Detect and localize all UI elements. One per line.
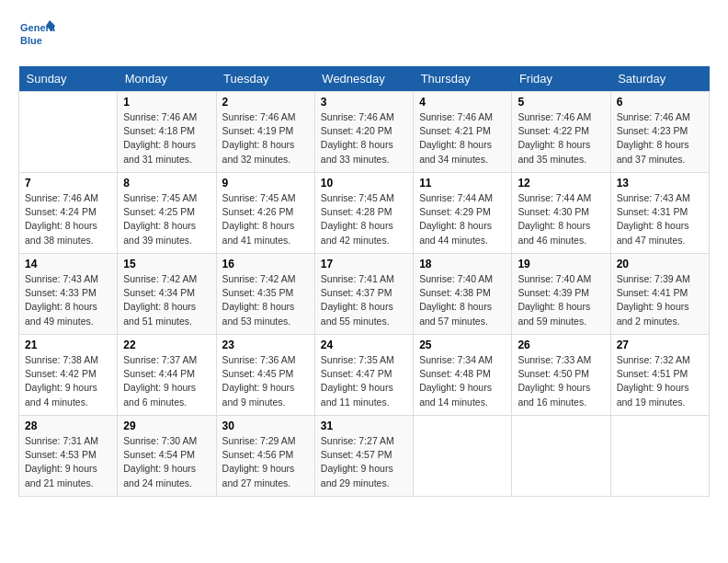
day-content: Sunrise: 7:46 AM Sunset: 4:23 PM Dayligh… [617, 110, 703, 167]
calendar-cell: 22Sunrise: 7:37 AM Sunset: 4:44 PM Dayli… [118, 335, 216, 416]
day-content: Sunrise: 7:46 AM Sunset: 4:18 PM Dayligh… [123, 110, 210, 167]
day-number: 21 [25, 339, 111, 351]
calendar-cell: 21Sunrise: 7:38 AM Sunset: 4:42 PM Dayli… [19, 335, 118, 416]
day-number: 15 [123, 258, 210, 270]
header-row: SundayMondayTuesdayWednesdayThursdayFrid… [19, 66, 710, 92]
day-number: 1 [123, 96, 210, 109]
calendar-cell: 26Sunrise: 7:33 AM Sunset: 4:50 PM Dayli… [512, 335, 610, 416]
day-content: Sunrise: 7:46 AM Sunset: 4:24 PM Dayligh… [25, 191, 111, 247]
day-content: Sunrise: 7:34 AM Sunset: 4:48 PM Dayligh… [419, 353, 506, 409]
day-content: Sunrise: 7:42 AM Sunset: 4:35 PM Dayligh… [222, 272, 309, 328]
calendar-cell: 14Sunrise: 7:43 AM Sunset: 4:33 PM Dayli… [19, 254, 118, 335]
header-cell-saturday: Saturday [610, 66, 709, 92]
day-number: 5 [518, 96, 604, 109]
logo: General Blue [18, 18, 55, 52]
header-cell-friday: Friday [512, 66, 610, 92]
day-content: Sunrise: 7:46 AM Sunset: 4:21 PM Dayligh… [419, 110, 506, 167]
day-content: Sunrise: 7:40 AM Sunset: 4:39 PM Dayligh… [518, 272, 604, 328]
calendar-cell: 29Sunrise: 7:30 AM Sunset: 4:54 PM Dayli… [118, 416, 216, 497]
day-content: Sunrise: 7:44 AM Sunset: 4:29 PM Dayligh… [419, 191, 506, 247]
calendar-cell [19, 92, 118, 173]
calendar-cell: 28Sunrise: 7:31 AM Sunset: 4:53 PM Dayli… [19, 416, 118, 497]
day-content: Sunrise: 7:31 AM Sunset: 4:53 PM Dayligh… [25, 434, 111, 490]
day-number: 6 [617, 96, 703, 109]
calendar-cell: 2Sunrise: 7:46 AM Sunset: 4:19 PM Daylig… [216, 92, 314, 173]
calendar-cell: 24Sunrise: 7:35 AM Sunset: 4:47 PM Dayli… [314, 335, 413, 416]
day-number: 20 [617, 258, 703, 270]
day-content: Sunrise: 7:38 AM Sunset: 4:42 PM Dayligh… [25, 353, 111, 409]
day-content: Sunrise: 7:40 AM Sunset: 4:38 PM Dayligh… [419, 272, 506, 328]
day-content: Sunrise: 7:42 AM Sunset: 4:34 PM Dayligh… [123, 272, 210, 328]
day-number: 24 [321, 339, 407, 351]
day-content: Sunrise: 7:30 AM Sunset: 4:54 PM Dayligh… [123, 434, 210, 490]
day-number: 3 [321, 96, 407, 109]
calendar-cell: 19Sunrise: 7:40 AM Sunset: 4:39 PM Dayli… [512, 254, 610, 335]
header-cell-monday: Monday [118, 66, 216, 92]
day-number: 4 [419, 96, 506, 109]
calendar-cell: 23Sunrise: 7:36 AM Sunset: 4:45 PM Dayli… [216, 335, 314, 416]
day-content: Sunrise: 7:44 AM Sunset: 4:30 PM Dayligh… [518, 191, 604, 247]
calendar-cell: 12Sunrise: 7:44 AM Sunset: 4:30 PM Dayli… [512, 173, 610, 254]
day-number: 17 [321, 258, 407, 270]
calendar-cell: 8Sunrise: 7:45 AM Sunset: 4:25 PM Daylig… [118, 173, 216, 254]
day-number: 11 [419, 177, 506, 190]
day-content: Sunrise: 7:46 AM Sunset: 4:19 PM Dayligh… [222, 110, 309, 167]
calendar-cell: 18Sunrise: 7:40 AM Sunset: 4:38 PM Dayli… [414, 254, 512, 335]
day-number: 18 [419, 258, 506, 270]
calendar-cell: 16Sunrise: 7:42 AM Sunset: 4:35 PM Dayli… [216, 254, 314, 335]
calendar-table: SundayMondayTuesdayWednesdayThursdayFrid… [18, 66, 710, 497]
calendar-cell: 9Sunrise: 7:45 AM Sunset: 4:26 PM Daylig… [216, 173, 314, 254]
calendar-cell: 3Sunrise: 7:46 AM Sunset: 4:20 PM Daylig… [314, 92, 413, 173]
calendar-week-3: 21Sunrise: 7:38 AM Sunset: 4:42 PM Dayli… [19, 335, 710, 416]
calendar-cell [512, 416, 610, 497]
day-number: 14 [25, 258, 111, 270]
day-content: Sunrise: 7:46 AM Sunset: 4:20 PM Dayligh… [321, 110, 407, 167]
day-number: 26 [518, 339, 604, 351]
calendar-cell: 1Sunrise: 7:46 AM Sunset: 4:18 PM Daylig… [118, 92, 216, 173]
day-number: 12 [518, 177, 604, 190]
day-content: Sunrise: 7:32 AM Sunset: 4:51 PM Dayligh… [617, 353, 703, 409]
day-number: 16 [222, 258, 309, 270]
day-content: Sunrise: 7:36 AM Sunset: 4:45 PM Dayligh… [222, 353, 309, 409]
day-content: Sunrise: 7:45 AM Sunset: 4:25 PM Dayligh… [123, 191, 210, 247]
day-content: Sunrise: 7:43 AM Sunset: 4:33 PM Dayligh… [25, 272, 111, 328]
day-content: Sunrise: 7:45 AM Sunset: 4:28 PM Dayligh… [321, 191, 407, 247]
day-number: 2 [222, 96, 309, 109]
day-content: Sunrise: 7:41 AM Sunset: 4:37 PM Dayligh… [321, 272, 407, 328]
day-number: 31 [321, 419, 407, 432]
calendar-cell: 20Sunrise: 7:39 AM Sunset: 4:41 PM Dayli… [610, 254, 709, 335]
calendar-cell: 10Sunrise: 7:45 AM Sunset: 4:28 PM Dayli… [314, 173, 413, 254]
day-number: 29 [123, 419, 210, 432]
header-cell-thursday: Thursday [414, 66, 512, 92]
calendar-cell: 30Sunrise: 7:29 AM Sunset: 4:56 PM Dayli… [216, 416, 314, 497]
day-number: 25 [419, 339, 506, 351]
day-number: 7 [25, 177, 111, 190]
day-number: 13 [617, 177, 703, 190]
calendar-week-1: 7Sunrise: 7:46 AM Sunset: 4:24 PM Daylig… [19, 173, 710, 254]
header-cell-sunday: Sunday [19, 66, 118, 92]
day-content: Sunrise: 7:29 AM Sunset: 4:56 PM Dayligh… [222, 434, 309, 490]
day-number: 22 [123, 339, 210, 351]
header-cell-wednesday: Wednesday [314, 66, 413, 92]
calendar-cell: 11Sunrise: 7:44 AM Sunset: 4:29 PM Dayli… [414, 173, 512, 254]
day-content: Sunrise: 7:45 AM Sunset: 4:26 PM Dayligh… [222, 191, 309, 247]
day-content: Sunrise: 7:27 AM Sunset: 4:57 PM Dayligh… [321, 434, 407, 490]
calendar-week-2: 14Sunrise: 7:43 AM Sunset: 4:33 PM Dayli… [19, 254, 710, 335]
calendar-cell: 6Sunrise: 7:46 AM Sunset: 4:23 PM Daylig… [610, 92, 709, 173]
day-number: 23 [222, 339, 309, 351]
day-content: Sunrise: 7:33 AM Sunset: 4:50 PM Dayligh… [518, 353, 604, 409]
calendar-cell [610, 416, 709, 497]
day-number: 9 [222, 177, 309, 190]
day-number: 8 [123, 177, 210, 190]
calendar-week-4: 28Sunrise: 7:31 AM Sunset: 4:53 PM Dayli… [19, 416, 710, 497]
header-cell-tuesday: Tuesday [216, 66, 314, 92]
day-number: 27 [617, 339, 703, 351]
day-number: 10 [321, 177, 407, 190]
calendar-cell: 7Sunrise: 7:46 AM Sunset: 4:24 PM Daylig… [19, 173, 118, 254]
calendar-cell: 31Sunrise: 7:27 AM Sunset: 4:57 PM Dayli… [314, 416, 413, 497]
day-number: 30 [222, 419, 309, 432]
day-number: 28 [25, 419, 111, 432]
logo-svg: General Blue [18, 18, 55, 52]
page-header: General Blue [18, 18, 710, 52]
calendar-cell: 5Sunrise: 7:46 AM Sunset: 4:22 PM Daylig… [512, 92, 610, 173]
